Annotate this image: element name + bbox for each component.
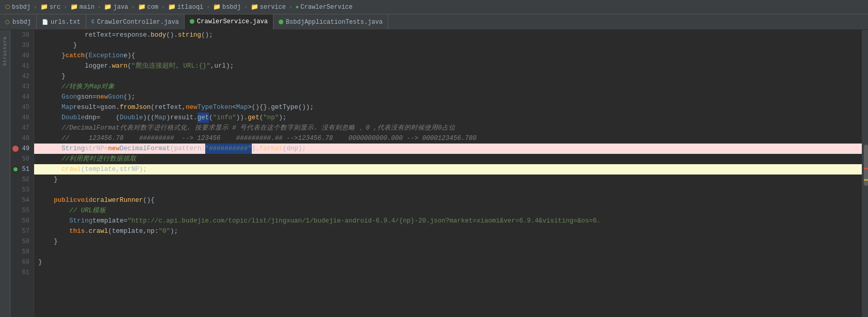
- ln-42: 42: [10, 71, 34, 82]
- ln-46: 46: [10, 113, 34, 123]
- ln-54: 54−: [10, 195, 34, 205]
- tab-bsbdj[interactable]: ⬡ bsbdj: [0, 14, 37, 30]
- breadcrumb-src-label: src: [50, 4, 61, 11]
- sep5: ›: [161, 4, 165, 10]
- code-line-44: Gson gson = new Gson();: [34, 92, 862, 102]
- ln-39: 39: [10, 40, 34, 51]
- tabs-bar: ⬡ bsbdj 📄 urls.txt C CrawlerController.j…: [0, 14, 868, 30]
- tab-crawlercontroller-label: CrawlerController.java: [97, 19, 179, 26]
- code-line-42: }: [34, 71, 862, 82]
- code-line-57: this.crawl(template , np: "0");: [34, 226, 862, 236]
- breadcrumb-itlaoqi-label: itlaoqi: [177, 4, 203, 11]
- ln-61: 61: [10, 267, 34, 278]
- code-line-59: [34, 247, 862, 257]
- ln-43: 43: [10, 82, 34, 92]
- code-line-47: //DecimalFormat代表对数字进行格式化. 按要求显示 # 号代表在这…: [34, 123, 862, 133]
- code-line-60: }: [34, 257, 862, 267]
- folder-icon5: 📁: [168, 3, 176, 11]
- tab-crawlercontroller[interactable]: C CrawlerController.java: [86, 14, 185, 30]
- sep3: ›: [98, 4, 101, 10]
- breadcrumb-java[interactable]: 📁 java: [102, 2, 130, 12]
- sep8: ›: [289, 4, 293, 10]
- code-line-39: }: [34, 40, 862, 51]
- tab-urls[interactable]: 📄 urls.txt: [37, 14, 86, 30]
- breadcrumb-project[interactable]: ⬡ bsbdj: [3, 3, 33, 12]
- folder-icon7: 📁: [251, 3, 258, 11]
- ln-56: 56: [10, 216, 34, 226]
- code-line-43: //转换为Map对象: [34, 82, 862, 92]
- class-icon: ●: [296, 4, 299, 10]
- breadcrumb-java-label: java: [113, 4, 128, 11]
- project-icon: ⬡: [5, 4, 10, 10]
- tab-crawlerservice[interactable]: CrawlerService.java: [185, 14, 273, 30]
- breadcrumb-bsbdj-label: bsbdj: [222, 4, 241, 11]
- code-line-58: }: [34, 236, 862, 247]
- ln-48: 48: [10, 133, 34, 144]
- code-line-40: }catch(Exception e){: [34, 51, 862, 61]
- tab-project-icon: ⬡: [5, 19, 10, 25]
- breadcrumb-bar: ⬡ bsbdj › 📁 src › 📁 main › 📁 java › 📁 co…: [0, 0, 868, 14]
- breadcrumb-project-label: bsbdj: [12, 4, 31, 11]
- code-line-52: }: [34, 175, 862, 185]
- main-layout: Structure 38 39 40 41 42 43 44 45 46 47 …: [0, 30, 868, 317]
- ln-52: 52−: [10, 175, 34, 185]
- ln-53: 53: [10, 185, 34, 195]
- code-line-61: [34, 267, 862, 278]
- warning-marker: [864, 179, 868, 181]
- folder-icon2: 📁: [70, 3, 78, 11]
- ln-45: 45: [10, 102, 34, 113]
- code-area[interactable]: retText = response.body().string(); } }c…: [34, 30, 862, 317]
- sep7: ›: [244, 4, 248, 10]
- ln-51: 51: [10, 164, 34, 175]
- sep1: ›: [34, 4, 37, 10]
- ln-49: 49: [10, 144, 34, 154]
- ln-55: 55: [10, 205, 34, 216]
- ln-38: 38: [10, 30, 34, 40]
- folder-icon: 📁: [40, 3, 48, 11]
- breadcrumb-itlaoqi[interactable]: 📁 itlaoqi: [166, 2, 205, 12]
- tab-bsbdj-label: bsbdj: [12, 19, 31, 26]
- tab-java-icon: C: [92, 19, 95, 25]
- ln-41: 41: [10, 61, 34, 71]
- breadcrumb-service[interactable]: 📁 service: [249, 2, 288, 12]
- tab-bsbdjapplicationtests-label: BsbdjApplicationTests.java: [286, 19, 383, 26]
- line-numbers: 38 39 40 41 42 43 44 45 46 47 48 49 50 5…: [10, 30, 34, 317]
- tab-test-icon: [279, 20, 283, 24]
- breadcrumb-main-label: main: [80, 4, 95, 11]
- error-marker: [864, 168, 868, 169]
- structure-label: Structure: [3, 36, 8, 66]
- ln-40: 40: [10, 51, 34, 61]
- breakpoint-49: [12, 146, 19, 152]
- ln-59: 59: [10, 247, 34, 257]
- code-line-50: //利用爬时进行数据抓取: [34, 154, 862, 164]
- ln-44: 44: [10, 92, 34, 102]
- ln-50: 50: [10, 154, 34, 164]
- folder-icon6: 📁: [213, 3, 221, 11]
- code-line-53: [34, 185, 862, 195]
- tab-crawlerservice-label: CrawlerService.java: [197, 18, 268, 25]
- folder-icon3: 📁: [104, 3, 112, 11]
- code-line-49: String strNP = new DecimalFormat( patter…: [34, 144, 862, 154]
- tab-service-icon: [190, 19, 194, 24]
- scrollbar-area[interactable]: [862, 30, 868, 317]
- ln-57: 57: [10, 226, 34, 236]
- folder-icon4: 📁: [138, 3, 146, 11]
- tab-bsbdjapplicationtests[interactable]: BsbdjApplicationTests.java: [273, 14, 388, 30]
- breadcrumb-com[interactable]: 📁 com: [136, 2, 161, 12]
- run-indicator-51: [12, 166, 19, 172]
- code-line-38: retText = response.body().string();: [34, 30, 862, 40]
- tab-urls-label: urls.txt: [51, 19, 81, 26]
- side-panel: Structure: [0, 30, 10, 317]
- code-line-41: logger.warn("爬虫连接超时, URL:{}" , url);: [34, 61, 862, 71]
- ln-60: 60: [10, 257, 34, 267]
- code-line-51: crawl(template , strNP);: [34, 164, 862, 175]
- sep4: ›: [131, 4, 135, 10]
- breadcrumb-main[interactable]: 📁 main: [68, 2, 97, 12]
- breadcrumb-bsbdj[interactable]: 📁 bsbdj: [211, 2, 243, 12]
- code-line-54: public void cralwerRunner(){: [34, 195, 862, 205]
- sep6: ›: [206, 4, 210, 10]
- ln-47: 47: [10, 123, 34, 133]
- ln-58: 58: [10, 236, 34, 247]
- breadcrumb-src[interactable]: 📁 src: [38, 2, 63, 12]
- breadcrumb-crawlerservice[interactable]: ● CrawlerService: [294, 3, 355, 12]
